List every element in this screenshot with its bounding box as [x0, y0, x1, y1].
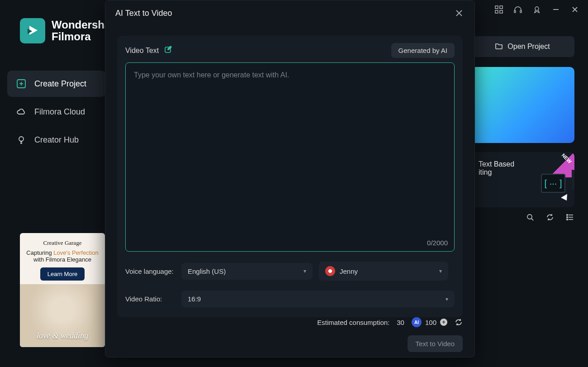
chevron-down-icon: ▾	[446, 296, 448, 302]
learn-more-button[interactable]: Learn More	[40, 267, 85, 281]
svg-point-15	[19, 137, 24, 141]
voice-avatar-icon	[325, 266, 335, 276]
chevron-down-icon: ▾	[439, 268, 442, 274]
open-project-label: Open Project	[507, 43, 550, 51]
chevron-down-icon: ▾	[303, 268, 306, 274]
headphones-icon[interactable]	[514, 5, 522, 14]
text-to-video-button[interactable]: Text to Video	[408, 335, 463, 352]
sidebar-item-filmora-cloud[interactable]: Filmora Cloud	[7, 99, 106, 125]
minimize-icon[interactable]	[552, 5, 560, 14]
voice-language-select[interactable]: English (US) ▾	[181, 263, 313, 280]
ai-credits-badge-icon: AI	[412, 317, 422, 327]
promo-overlay-text: love & wedding	[20, 331, 105, 341]
ai-text-to-video-modal: AI Text to Video Video Text Generated by…	[105, 0, 475, 357]
voice-language-label: Voice language:	[125, 267, 175, 275]
video-ratio-value: 16:9	[188, 295, 201, 303]
generated-by-ai-button[interactable]: Generated by AI	[391, 43, 455, 58]
promo-headline: Capturing Love's Perfection	[26, 249, 98, 256]
sidebar-item-label: Filmora Cloud	[34, 107, 85, 117]
open-project-button[interactable]: Open Project	[470, 36, 574, 57]
voice-language-value: English (US)	[188, 267, 226, 275]
promo-image: love & wedding	[20, 284, 105, 347]
svg-rect-2	[495, 10, 498, 13]
svg-rect-4	[514, 10, 516, 13]
svg-rect-0	[495, 6, 498, 9]
apps-icon[interactable]	[495, 5, 503, 14]
add-credits-button[interactable]: +	[440, 319, 447, 326]
estimated-consumption-value: 30	[397, 319, 404, 326]
char-count: 0/2000	[427, 239, 448, 247]
cursor-icon	[561, 194, 570, 202]
sidebar: Wondersha Filmora Create Project Filmora…	[0, 0, 113, 367]
feature-title-l2: iting	[479, 168, 492, 176]
medal-icon[interactable]	[533, 5, 541, 14]
video-text-input[interactable]	[126, 63, 454, 251]
promo-subline: with Filmora Elegance	[26, 256, 98, 263]
estimated-consumption-label: Estimated consumption:	[317, 319, 389, 326]
close-icon[interactable]	[454, 8, 465, 19]
feature-title-l1: Text Based	[479, 160, 514, 168]
voice-select[interactable]: Jenny ▾	[319, 262, 448, 281]
modal-title: AI Text to Video	[115, 9, 172, 18]
text-editing-icon: [ ··· ]	[541, 174, 565, 193]
video-ratio-label: Video Ratio:	[125, 295, 175, 303]
svg-rect-3	[500, 10, 503, 13]
promo-card[interactable]: Creative Garage Capturing Love's Perfect…	[20, 233, 105, 347]
preview-gradient-card[interactable]	[470, 67, 574, 143]
svg-point-6	[535, 7, 539, 10]
list-view-icon[interactable]	[565, 213, 574, 222]
video-text-panel: Video Text Generated by AI 0/2000 Voice …	[117, 36, 463, 317]
close-window-icon[interactable]	[571, 5, 579, 14]
feature-card-text-editing[interactable]: NEW Text Based iting [ ··· ]	[470, 152, 574, 207]
bulb-icon	[16, 135, 26, 145]
sidebar-item-create-project[interactable]: Create Project	[7, 71, 106, 97]
search-icon[interactable]	[526, 213, 535, 222]
credits-value: 100	[425, 319, 436, 326]
sidebar-item-label: Creator Hub	[34, 135, 79, 145]
sidebar-item-label: Create Project	[34, 79, 86, 89]
svg-point-16	[527, 214, 532, 219]
refresh-list-icon[interactable]	[545, 213, 555, 222]
plus-square-icon	[16, 79, 26, 89]
folder-icon	[495, 42, 503, 52]
refresh-icon[interactable]	[455, 318, 463, 326]
app-logo: Wondersha Filmora	[0, 18, 113, 43]
brand-line2: Filmora	[52, 31, 110, 43]
video-text-label: Video Text	[125, 47, 159, 55]
brand-line1: Wondersha	[52, 19, 110, 31]
edit-sparkle-icon[interactable]	[164, 45, 173, 56]
cloud-icon	[16, 107, 26, 117]
svg-rect-1	[500, 6, 503, 9]
carousel-next-button[interactable]	[572, 170, 574, 190]
svg-rect-23	[567, 219, 568, 220]
video-ratio-select[interactable]: 16:9 ▾	[181, 291, 455, 307]
video-text-area-wrap: 0/2000	[125, 62, 455, 252]
voice-name: Jenny	[340, 267, 358, 275]
svg-line-17	[531, 219, 533, 220]
svg-rect-22	[567, 217, 568, 218]
promo-script: Creative Garage	[26, 239, 98, 247]
sidebar-item-creator-hub[interactable]: Creator Hub	[7, 127, 106, 153]
logo-icon	[20, 18, 45, 43]
svg-rect-21	[567, 214, 568, 215]
svg-rect-5	[520, 10, 522, 13]
svg-marker-10	[29, 26, 38, 35]
